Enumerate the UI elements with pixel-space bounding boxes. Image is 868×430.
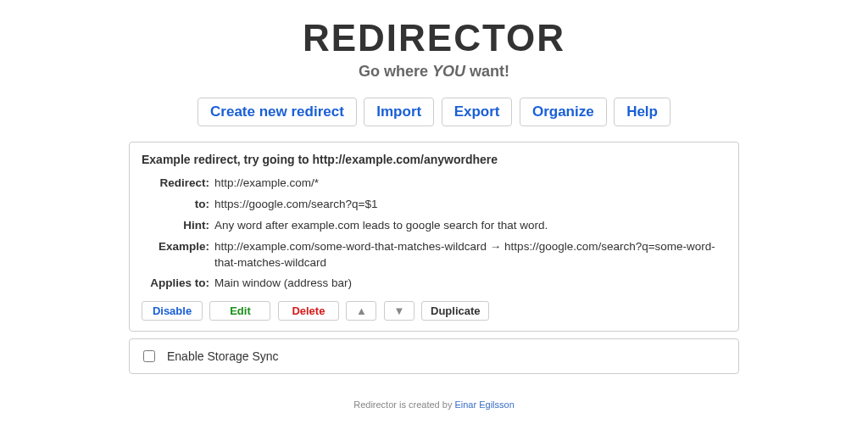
help-button[interactable]: Help <box>614 98 670 126</box>
author-link[interactable]: Einar Egilsson <box>454 399 514 410</box>
field-example: Example: http://example.com/some-word-th… <box>142 237 726 274</box>
field-redirect: Redirect: http://example.com/* <box>142 173 726 194</box>
field-to: to: https://google.com/search?q=$1 <box>142 194 726 215</box>
footer: Redirector is created by Einar Egilsson <box>129 399 739 410</box>
storage-sync-checkbox[interactable] <box>143 350 155 362</box>
delete-button[interactable]: Delete <box>278 301 339 321</box>
import-button[interactable]: Import <box>364 98 434 126</box>
edit-button[interactable]: Edit <box>209 301 270 321</box>
field-label: Applies to: <box>142 276 214 292</box>
field-hint: Hint: Any word after example.com leads t… <box>142 215 726 237</box>
field-value: Main window (address bar) <box>214 276 726 292</box>
redirect-card: Example redirect, try going to http://ex… <box>129 142 739 332</box>
move-down-button[interactable]: ▼ <box>384 301 415 321</box>
field-value: https://google.com/search?q=$1 <box>214 197 726 213</box>
field-value: http://example.com/* <box>214 176 726 192</box>
duplicate-button[interactable]: Duplicate <box>421 301 489 321</box>
field-label: Example: <box>142 239 214 255</box>
export-button[interactable]: Export <box>442 98 513 126</box>
redirect-title: Example redirect, try going to http://ex… <box>142 153 726 166</box>
page-subtitle: Go where YOU want! <box>129 63 739 81</box>
field-label: to: <box>142 197 214 213</box>
field-label: Redirect: <box>142 176 214 192</box>
field-applies-to: Applies to: Main window (address bar) <box>142 273 726 294</box>
field-label: Hint: <box>142 218 214 234</box>
create-redirect-button[interactable]: Create new redirect <box>198 98 357 126</box>
organize-button[interactable]: Organize <box>520 98 607 126</box>
storage-sync-card: Enable Storage Sync <box>129 338 739 374</box>
field-value: http://example.com/some-word-that-matche… <box>214 239 726 271</box>
field-value: Any word after example.com leads to goog… <box>214 218 726 234</box>
move-up-button[interactable]: ▲ <box>346 301 376 321</box>
main-toolbar: Create new redirect Import Export Organi… <box>129 98 739 126</box>
storage-sync-label: Enable Storage Sync <box>167 349 279 363</box>
page-title: REDIRECTOR <box>129 17 739 59</box>
disable-button[interactable]: Disable <box>142 301 203 321</box>
redirect-actions: Disable Edit Delete ▲ ▼ Duplicate <box>142 301 726 321</box>
